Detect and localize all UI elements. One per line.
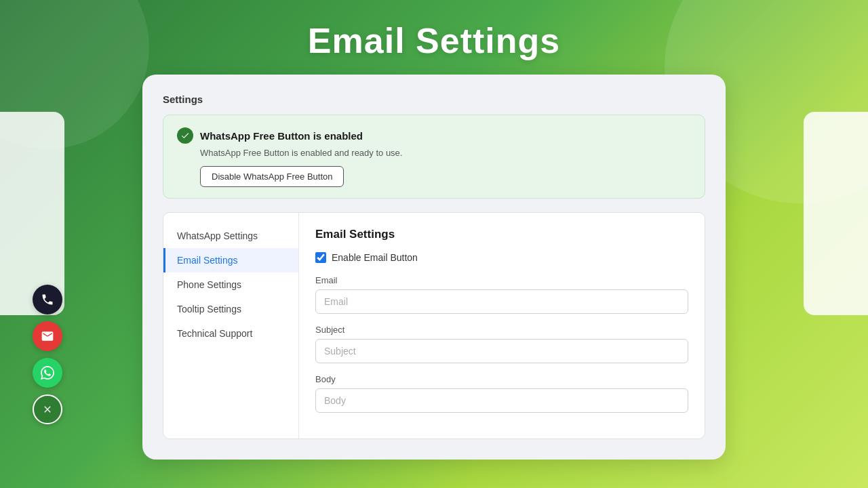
email-field-label: Email bbox=[315, 275, 688, 285]
close-float-button[interactable] bbox=[33, 394, 62, 424]
subject-input[interactable] bbox=[315, 339, 688, 363]
status-banner: WhatsApp Free Button is enabled WhatsApp… bbox=[163, 115, 705, 199]
settings-nav: WhatsApp Settings Email Settings Phone S… bbox=[163, 213, 299, 439]
sidebar-item-support[interactable]: Technical Support bbox=[163, 321, 298, 346]
floating-sidebar bbox=[33, 285, 62, 424]
body-input[interactable] bbox=[315, 388, 688, 413]
subject-field-group: Subject bbox=[315, 325, 688, 363]
phone-icon bbox=[41, 293, 54, 306]
enable-email-row: Enable Email Button bbox=[315, 252, 688, 263]
enable-email-checkbox[interactable] bbox=[315, 252, 326, 263]
whatsapp-float-button[interactable] bbox=[33, 358, 62, 388]
status-check-icon bbox=[177, 127, 193, 144]
panel-title: Email Settings bbox=[315, 228, 688, 241]
whatsapp-icon bbox=[41, 366, 54, 380]
subject-field-label: Subject bbox=[315, 325, 688, 335]
status-description: WhatsApp Free Button is enabled and read… bbox=[200, 148, 691, 158]
sidebar-item-whatsapp[interactable]: WhatsApp Settings bbox=[163, 224, 298, 248]
body-field-group: Body bbox=[315, 374, 688, 413]
x-icon bbox=[42, 404, 53, 415]
status-banner-header: WhatsApp Free Button is enabled bbox=[177, 127, 691, 144]
email-input[interactable] bbox=[315, 289, 688, 314]
sidebar-item-phone[interactable]: Phone Settings bbox=[163, 272, 298, 297]
email-float-button[interactable] bbox=[33, 321, 62, 351]
page-title-section: Email Settings bbox=[0, 0, 868, 75]
disable-whatsapp-button[interactable]: Disable WhatsApp Free Button bbox=[200, 166, 344, 187]
settings-body: WhatsApp Settings Email Settings Phone S… bbox=[163, 212, 705, 439]
checkmark-icon bbox=[180, 131, 190, 140]
call-float-button[interactable] bbox=[33, 285, 62, 314]
page-title: Email Settings bbox=[0, 20, 868, 61]
enable-email-label: Enable Email Button bbox=[332, 252, 418, 263]
email-field-group: Email bbox=[315, 275, 688, 314]
body-field-label: Body bbox=[315, 374, 688, 384]
sidebar-item-email[interactable]: Email Settings bbox=[163, 248, 298, 272]
settings-section-label: Settings bbox=[163, 94, 705, 105]
status-title: WhatsApp Free Button is enabled bbox=[200, 130, 363, 142]
email-settings-panel: Email Settings Enable Email Button Email… bbox=[299, 213, 705, 439]
main-card: Settings WhatsApp Free Button is enabled… bbox=[142, 75, 726, 460]
email-icon bbox=[41, 329, 54, 343]
sidebar-item-tooltip[interactable]: Tooltip Settings bbox=[163, 297, 298, 321]
side-panel-right bbox=[804, 112, 868, 315]
